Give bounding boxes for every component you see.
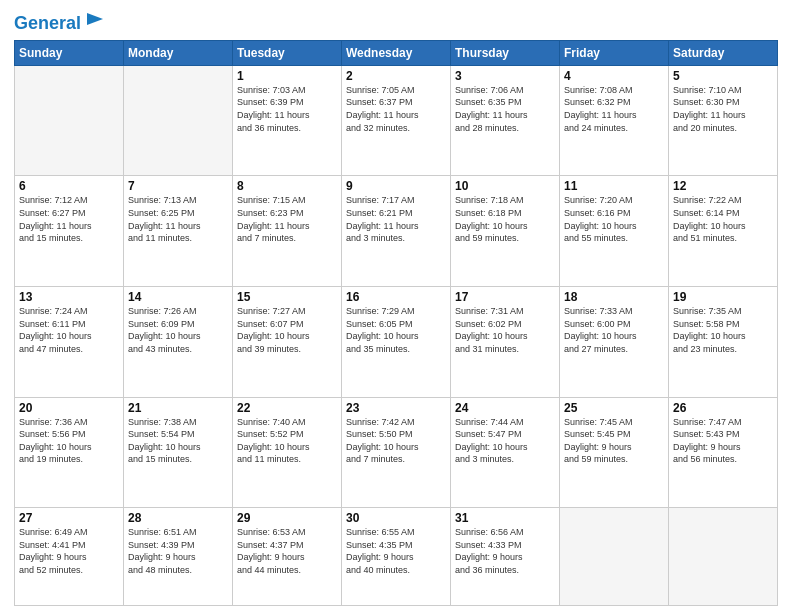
day-info: Sunrise: 6:53 AM Sunset: 4:37 PM Dayligh… — [237, 526, 337, 576]
calendar-day-cell: 26Sunrise: 7:47 AM Sunset: 5:43 PM Dayli… — [669, 397, 778, 508]
day-info: Sunrise: 6:49 AM Sunset: 4:41 PM Dayligh… — [19, 526, 119, 576]
day-info: Sunrise: 7:36 AM Sunset: 5:56 PM Dayligh… — [19, 416, 119, 466]
day-number: 21 — [128, 401, 228, 415]
day-info: Sunrise: 7:45 AM Sunset: 5:45 PM Dayligh… — [564, 416, 664, 466]
calendar-day-cell: 8Sunrise: 7:15 AM Sunset: 6:23 PM Daylig… — [233, 176, 342, 287]
day-number: 10 — [455, 179, 555, 193]
calendar-day-cell — [124, 65, 233, 176]
day-info: Sunrise: 7:26 AM Sunset: 6:09 PM Dayligh… — [128, 305, 228, 355]
calendar-day-cell: 23Sunrise: 7:42 AM Sunset: 5:50 PM Dayli… — [342, 397, 451, 508]
day-header-sunday: Sunday — [15, 40, 124, 65]
calendar-header-row: SundayMondayTuesdayWednesdayThursdayFrid… — [15, 40, 778, 65]
calendar-week-row: 6Sunrise: 7:12 AM Sunset: 6:27 PM Daylig… — [15, 176, 778, 287]
day-info: Sunrise: 7:10 AM Sunset: 6:30 PM Dayligh… — [673, 84, 773, 134]
calendar-day-cell — [15, 65, 124, 176]
day-info: Sunrise: 7:22 AM Sunset: 6:14 PM Dayligh… — [673, 194, 773, 244]
day-number: 5 — [673, 69, 773, 83]
day-info: Sunrise: 7:33 AM Sunset: 6:00 PM Dayligh… — [564, 305, 664, 355]
day-number: 27 — [19, 511, 119, 525]
day-number: 13 — [19, 290, 119, 304]
day-number: 19 — [673, 290, 773, 304]
calendar-day-cell: 6Sunrise: 7:12 AM Sunset: 6:27 PM Daylig… — [15, 176, 124, 287]
day-number: 17 — [455, 290, 555, 304]
calendar-day-cell: 22Sunrise: 7:40 AM Sunset: 5:52 PM Dayli… — [233, 397, 342, 508]
calendar-day-cell: 27Sunrise: 6:49 AM Sunset: 4:41 PM Dayli… — [15, 508, 124, 606]
logo-text: General — [14, 14, 81, 34]
day-info: Sunrise: 7:29 AM Sunset: 6:05 PM Dayligh… — [346, 305, 446, 355]
day-number: 2 — [346, 69, 446, 83]
day-number: 30 — [346, 511, 446, 525]
calendar-table: SundayMondayTuesdayWednesdayThursdayFrid… — [14, 40, 778, 606]
calendar-day-cell: 30Sunrise: 6:55 AM Sunset: 4:35 PM Dayli… — [342, 508, 451, 606]
day-number: 15 — [237, 290, 337, 304]
calendar-day-cell: 14Sunrise: 7:26 AM Sunset: 6:09 PM Dayli… — [124, 287, 233, 398]
day-number: 25 — [564, 401, 664, 415]
calendar-day-cell: 9Sunrise: 7:17 AM Sunset: 6:21 PM Daylig… — [342, 176, 451, 287]
day-info: Sunrise: 7:05 AM Sunset: 6:37 PM Dayligh… — [346, 84, 446, 134]
calendar-day-cell: 12Sunrise: 7:22 AM Sunset: 6:14 PM Dayli… — [669, 176, 778, 287]
day-header-friday: Friday — [560, 40, 669, 65]
calendar-day-cell: 15Sunrise: 7:27 AM Sunset: 6:07 PM Dayli… — [233, 287, 342, 398]
calendar-day-cell: 5Sunrise: 7:10 AM Sunset: 6:30 PM Daylig… — [669, 65, 778, 176]
day-number: 29 — [237, 511, 337, 525]
day-info: Sunrise: 7:38 AM Sunset: 5:54 PM Dayligh… — [128, 416, 228, 466]
day-number: 18 — [564, 290, 664, 304]
calendar-day-cell: 31Sunrise: 6:56 AM Sunset: 4:33 PM Dayli… — [451, 508, 560, 606]
day-number: 9 — [346, 179, 446, 193]
calendar-day-cell — [560, 508, 669, 606]
calendar-day-cell: 16Sunrise: 7:29 AM Sunset: 6:05 PM Dayli… — [342, 287, 451, 398]
day-header-wednesday: Wednesday — [342, 40, 451, 65]
day-info: Sunrise: 7:24 AM Sunset: 6:11 PM Dayligh… — [19, 305, 119, 355]
calendar-week-row: 27Sunrise: 6:49 AM Sunset: 4:41 PM Dayli… — [15, 508, 778, 606]
day-info: Sunrise: 7:03 AM Sunset: 6:39 PM Dayligh… — [237, 84, 337, 134]
day-info: Sunrise: 7:27 AM Sunset: 6:07 PM Dayligh… — [237, 305, 337, 355]
calendar-day-cell: 20Sunrise: 7:36 AM Sunset: 5:56 PM Dayli… — [15, 397, 124, 508]
calendar-day-cell: 13Sunrise: 7:24 AM Sunset: 6:11 PM Dayli… — [15, 287, 124, 398]
day-info: Sunrise: 7:13 AM Sunset: 6:25 PM Dayligh… — [128, 194, 228, 244]
day-info: Sunrise: 6:51 AM Sunset: 4:39 PM Dayligh… — [128, 526, 228, 576]
day-info: Sunrise: 7:31 AM Sunset: 6:02 PM Dayligh… — [455, 305, 555, 355]
calendar-day-cell: 21Sunrise: 7:38 AM Sunset: 5:54 PM Dayli… — [124, 397, 233, 508]
day-number: 1 — [237, 69, 337, 83]
day-number: 26 — [673, 401, 773, 415]
calendar-day-cell: 24Sunrise: 7:44 AM Sunset: 5:47 PM Dayli… — [451, 397, 560, 508]
calendar-week-row: 1Sunrise: 7:03 AM Sunset: 6:39 PM Daylig… — [15, 65, 778, 176]
calendar-day-cell: 28Sunrise: 6:51 AM Sunset: 4:39 PM Dayli… — [124, 508, 233, 606]
day-number: 4 — [564, 69, 664, 83]
logo: General — [14, 14, 105, 34]
day-info: Sunrise: 7:47 AM Sunset: 5:43 PM Dayligh… — [673, 416, 773, 466]
calendar-day-cell: 7Sunrise: 7:13 AM Sunset: 6:25 PM Daylig… — [124, 176, 233, 287]
calendar-day-cell: 25Sunrise: 7:45 AM Sunset: 5:45 PM Dayli… — [560, 397, 669, 508]
day-header-thursday: Thursday — [451, 40, 560, 65]
day-info: Sunrise: 7:40 AM Sunset: 5:52 PM Dayligh… — [237, 416, 337, 466]
day-info: Sunrise: 6:55 AM Sunset: 4:35 PM Dayligh… — [346, 526, 446, 576]
day-number: 20 — [19, 401, 119, 415]
day-info: Sunrise: 7:08 AM Sunset: 6:32 PM Dayligh… — [564, 84, 664, 134]
day-number: 7 — [128, 179, 228, 193]
calendar-day-cell: 3Sunrise: 7:06 AM Sunset: 6:35 PM Daylig… — [451, 65, 560, 176]
day-number: 6 — [19, 179, 119, 193]
day-info: Sunrise: 7:44 AM Sunset: 5:47 PM Dayligh… — [455, 416, 555, 466]
day-number: 14 — [128, 290, 228, 304]
calendar-day-cell: 17Sunrise: 7:31 AM Sunset: 6:02 PM Dayli… — [451, 287, 560, 398]
calendar-week-row: 13Sunrise: 7:24 AM Sunset: 6:11 PM Dayli… — [15, 287, 778, 398]
day-number: 22 — [237, 401, 337, 415]
day-number: 8 — [237, 179, 337, 193]
day-number: 11 — [564, 179, 664, 193]
calendar-day-cell: 18Sunrise: 7:33 AM Sunset: 6:00 PM Dayli… — [560, 287, 669, 398]
day-number: 31 — [455, 511, 555, 525]
day-number: 24 — [455, 401, 555, 415]
calendar-week-row: 20Sunrise: 7:36 AM Sunset: 5:56 PM Dayli… — [15, 397, 778, 508]
day-info: Sunrise: 7:12 AM Sunset: 6:27 PM Dayligh… — [19, 194, 119, 244]
day-info: Sunrise: 7:42 AM Sunset: 5:50 PM Dayligh… — [346, 416, 446, 466]
header: General — [14, 10, 778, 34]
day-number: 16 — [346, 290, 446, 304]
calendar-day-cell: 19Sunrise: 7:35 AM Sunset: 5:58 PM Dayli… — [669, 287, 778, 398]
calendar-day-cell: 10Sunrise: 7:18 AM Sunset: 6:18 PM Dayli… — [451, 176, 560, 287]
day-info: Sunrise: 7:15 AM Sunset: 6:23 PM Dayligh… — [237, 194, 337, 244]
day-header-monday: Monday — [124, 40, 233, 65]
day-info: Sunrise: 7:17 AM Sunset: 6:21 PM Dayligh… — [346, 194, 446, 244]
svg-marker-0 — [87, 13, 103, 25]
day-number: 12 — [673, 179, 773, 193]
day-info: Sunrise: 6:56 AM Sunset: 4:33 PM Dayligh… — [455, 526, 555, 576]
